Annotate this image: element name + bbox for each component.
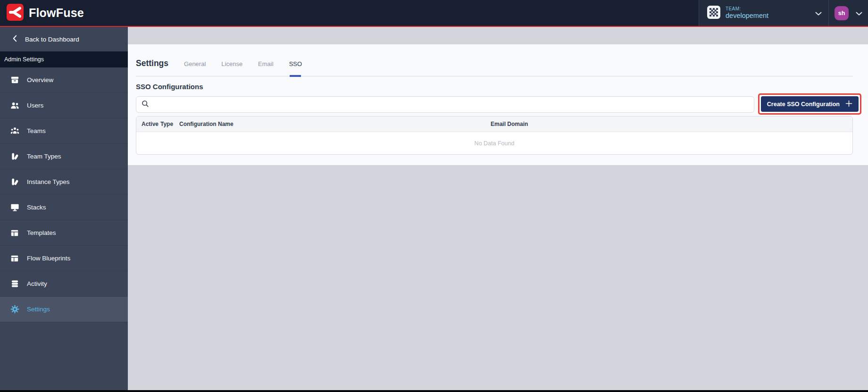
pills-icon [10, 177, 19, 187]
sidebar-item-overview[interactable]: Overview [0, 67, 128, 93]
sidebar-item-users[interactable]: Users [0, 93, 128, 118]
sidebar-item-label: Settings [27, 306, 50, 313]
tab-general[interactable]: General [184, 60, 206, 68]
brand-name: FlowFuse [29, 6, 84, 20]
team-label: TEAM: [726, 6, 768, 12]
create-button-label: Create SSO Configuration [767, 101, 840, 108]
sidebar-item-label: Team Types [27, 153, 61, 160]
main-content: Settings General License Email SSO SSO C… [128, 27, 868, 392]
sidebar-item-activity[interactable]: Activity [0, 271, 128, 297]
chevron-left-icon [13, 35, 17, 43]
column-header-type: Type [160, 121, 179, 127]
team-identicon [707, 6, 720, 21]
settings-panel: Settings General License Email SSO SSO C… [128, 44, 868, 165]
header-right-group: TEAM: developement sh [699, 0, 868, 26]
user-menu[interactable]: sh [829, 0, 868, 26]
avatar: sh [835, 6, 849, 20]
database-icon [10, 279, 19, 289]
plus-icon [845, 100, 852, 108]
search-input[interactable] [154, 101, 749, 108]
sso-configurations-table: Active Type Configuration Name Email Dom… [136, 116, 853, 155]
sidebar-item-label: Overview [27, 76, 53, 83]
column-header-active: Active [142, 121, 160, 127]
team-name: developement [726, 12, 768, 20]
brand-logo[interactable]: FlowFuse [0, 4, 84, 23]
sidebar-item-teams[interactable]: Teams [0, 118, 128, 144]
sidebar-item-label: Templates [27, 229, 56, 236]
gear-icon [10, 305, 19, 314]
section-title: SSO Configurations [136, 83, 853, 91]
sidebar-item-team-types[interactable]: Team Types [0, 144, 128, 169]
page-title: Settings [136, 58, 168, 68]
tab-email[interactable]: Email [258, 60, 274, 68]
tabs-header: Settings General License Email SSO [136, 44, 853, 76]
sidebar-item-flow-blueprints[interactable]: Flow Blueprints [0, 246, 128, 271]
sidebar-item-templates[interactable]: Templates [0, 220, 128, 246]
user-group-icon [10, 126, 19, 136]
sidebar-item-instance-types[interactable]: Instance Types [0, 169, 128, 195]
chevron-down-icon [815, 9, 822, 17]
search-icon [141, 100, 150, 110]
sidebar-item-label: Users [27, 102, 43, 109]
sidebar-item-label: Teams [27, 127, 46, 134]
pills-icon [10, 152, 19, 161]
sso-controls-row: Create SSO Configuration [136, 93, 853, 115]
sidebar-item-stacks[interactable]: Stacks [0, 195, 128, 220]
back-to-dashboard-button[interactable]: Back to Dashboard [0, 27, 128, 51]
sidebar-item-label: Activity [27, 280, 47, 287]
team-texts: TEAM: developement [726, 6, 768, 19]
sidebar-item-label: Flow Blueprints [27, 255, 70, 262]
annotation-highlight: Create SSO Configuration [758, 93, 861, 115]
column-header-email-domain: Email Domain [491, 121, 852, 127]
users-icon [10, 101, 19, 110]
tab-license[interactable]: License [221, 60, 242, 68]
table-layout-icon [10, 228, 19, 238]
tab-sso[interactable]: SSO [289, 60, 302, 68]
create-sso-configuration-button[interactable]: Create SSO Configuration [761, 96, 859, 112]
column-header-configuration-name: Configuration Name [179, 121, 491, 127]
flowfuse-logo-icon [7, 4, 24, 23]
sidebar-item-settings[interactable]: Settings [0, 297, 128, 322]
sidebar-item-label: Instance Types [27, 178, 70, 185]
empty-state-text: No Data Found [136, 132, 852, 154]
chevron-down-icon [856, 9, 862, 17]
archive-box-icon [10, 75, 19, 85]
top-header: FlowFuse [0, 0, 868, 26]
table-layout-icon [10, 254, 19, 263]
admin-settings-section-label: Admin Settings [0, 51, 128, 67]
back-label: Back to Dashboard [25, 36, 79, 43]
flowfuse-admin-app: FlowFuse [0, 0, 868, 392]
team-selector[interactable]: TEAM: developement [699, 0, 829, 26]
table-header-row: Active Type Configuration Name Email Dom… [136, 117, 852, 132]
sidebar-item-label: Stacks [27, 204, 46, 211]
header-red-divider [0, 26, 868, 27]
desktop-icon [10, 203, 19, 212]
sidebar: Back to Dashboard Admin Settings Overvie… [0, 27, 128, 392]
bottom-edge-bar [0, 390, 868, 392]
search-box [136, 96, 754, 113]
